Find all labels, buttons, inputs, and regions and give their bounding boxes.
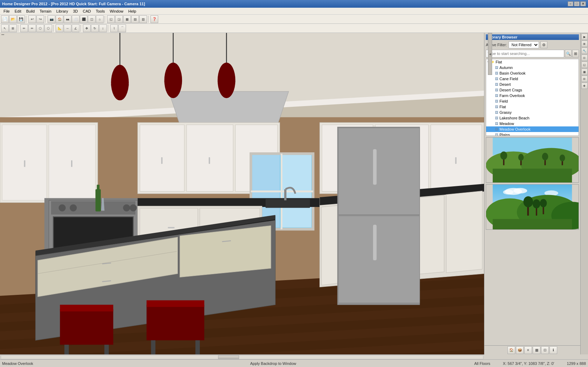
title-text: Home Designer Pro 2012 - [Pro 2012 HD Qu… — [2, 2, 145, 6]
line-btn[interactable]: ⌇ — [110, 25, 118, 32]
file-icon-meadow-overlook: 🖼 — [494, 127, 499, 132]
menu-3d[interactable]: 3D — [71, 8, 80, 14]
view4-btn[interactable]: ▤ — [131, 15, 139, 23]
redo-btn[interactable]: ↪ — [36, 15, 44, 23]
tree-item-field[interactable]: 🖼 Field — [486, 98, 579, 104]
tree-item-grassy[interactable]: 🖼 Grassy — [486, 110, 579, 115]
menu-library[interactable]: Library — [54, 8, 70, 14]
status-size: 1299 x 888 — [567, 361, 586, 366]
new-btn[interactable]: 📄 — [1, 15, 9, 23]
draw4-btn[interactable]: ⬡ — [44, 25, 52, 32]
flip-btn[interactable]: ↕ — [99, 25, 107, 32]
tree-item-meadow[interactable]: 🖼 Meadow — [486, 121, 579, 126]
menu-terrain[interactable]: Terrain — [37, 8, 54, 14]
menu-edit[interactable]: Edit — [13, 8, 23, 14]
draw1-btn[interactable]: ✏ — [20, 25, 28, 32]
move-btn[interactable]: ✥ — [83, 25, 91, 32]
save-btn[interactable]: 💾 — [17, 15, 25, 23]
sep6 — [53, 25, 55, 32]
angle-btn[interactable]: ∠ — [72, 25, 79, 32]
dim-btn[interactable]: ↔ — [64, 25, 71, 32]
cam3-btn[interactable]: 🏘 — [64, 15, 71, 23]
viewport[interactable] — [0, 33, 484, 354]
tree-label-cane-field: Cane Field — [499, 77, 518, 81]
measure-btn[interactable]: 📐 — [56, 25, 63, 32]
edge-btn-2[interactable]: ⊞ — [581, 41, 588, 47]
draw2-btn[interactable]: ✏ — [28, 25, 36, 32]
view1-btn[interactable]: ◱ — [107, 15, 115, 23]
svg-rect-69 — [284, 189, 286, 200]
edge-btn-7[interactable]: ⊟ — [581, 76, 588, 82]
edge-btn-8[interactable]: ✥ — [581, 83, 588, 89]
help-btn[interactable]: ❓ — [150, 15, 158, 23]
filter-options-btn[interactable]: ⚙ — [540, 41, 547, 48]
status-floor: All Floors — [474, 361, 490, 366]
search-options-btn[interactable]: ⊞ — [572, 50, 579, 57]
view5-btn[interactable]: ▥ — [139, 15, 147, 23]
svg-rect-64 — [168, 227, 175, 228]
viewport-scrollbar-horizontal[interactable] — [0, 354, 484, 359]
cam2-btn[interactable]: 🏠 — [56, 15, 63, 23]
tree-item-basin-overlook[interactable]: 🖼 Basin Overlook — [486, 70, 579, 76]
edge-btn-4[interactable]: ⊡ — [581, 55, 588, 61]
arc-btn[interactable]: ⌒ — [118, 25, 126, 32]
search-row: 🔍 ⊞ — [486, 50, 579, 57]
tree-item-flat[interactable]: 🖼 Flat — [486, 104, 579, 110]
tree-item-autumn[interactable]: 🖼 Autumn — [486, 65, 579, 70]
tree-item-desert-crags[interactable]: 🖼 Desert Crags — [486, 87, 579, 93]
menu-help[interactable]: Help — [126, 8, 139, 14]
select2-btn[interactable]: ⊞ — [9, 25, 17, 32]
svg-rect-79 — [373, 225, 377, 261]
lib-info-btn[interactable]: ℹ — [550, 346, 557, 354]
toolbar-row-1: 📄 📂 💾 ↩ ↪ 📷 🏠 🏘 ⬜ ⬛ ◫ ⌂ ◱ ◲ ▦ ▤ ▥ ❓ — [0, 15, 588, 24]
edge-btn-5[interactable]: ◱ — [581, 62, 588, 68]
lib-grid-btn[interactable]: ▦ — [533, 346, 540, 354]
menu-cad[interactable]: CAD — [80, 8, 93, 14]
svg-rect-90 — [60, 305, 113, 311]
draw3-btn[interactable]: ⬡ — [36, 25, 44, 32]
svg-rect-120 — [493, 219, 572, 229]
view3-btn[interactable]: ▦ — [123, 15, 131, 23]
cam6-btn[interactable]: ◫ — [88, 15, 96, 23]
minimize-button[interactable]: − — [568, 1, 573, 6]
tree-item-plains[interactable]: 🖼 Plains — [486, 132, 579, 136]
lib-home-btn[interactable]: 🏠 — [507, 346, 515, 354]
undo-btn[interactable]: ↩ — [28, 15, 36, 23]
rot-btn[interactable]: ↻ — [91, 25, 99, 32]
cam5-btn[interactable]: ⬛ — [80, 15, 88, 23]
search-input[interactable] — [486, 50, 564, 57]
file-icon-cane-field: 🖼 — [494, 76, 499, 81]
tree-item-cane-field[interactable]: 🖼 Cane Field — [486, 76, 579, 82]
preview-image-bottom[interactable] — [486, 184, 579, 230]
cam7-btn[interactable]: ⌂ — [96, 15, 104, 23]
maximize-button[interactable]: □ — [574, 1, 580, 6]
select-btn[interactable]: ↖ — [1, 25, 9, 32]
open-btn[interactable]: 📂 — [9, 15, 17, 23]
filter-select[interactable]: Not Filtered — [509, 41, 539, 48]
svg-point-115 — [503, 190, 513, 195]
tree-item-flat-folder[interactable]: ▼ 📁 Flat — [486, 59, 579, 65]
cam1-btn[interactable]: 📷 — [48, 15, 55, 23]
menu-window[interactable]: Window — [107, 8, 125, 14]
tree-item-desert[interactable]: 🖼 Desert — [486, 82, 579, 87]
cam4-btn[interactable]: ⬜ — [72, 15, 79, 23]
panel-collapse-button[interactable]: ◀ — [488, 33, 492, 75]
edge-btn-1[interactable]: ▶ — [581, 34, 588, 40]
lib-preview-btn[interactable]: ⊡ — [541, 346, 549, 354]
menu-file[interactable]: File — [1, 8, 12, 14]
menu-tools[interactable]: Tools — [94, 8, 107, 14]
view2-btn[interactable]: ◲ — [115, 15, 123, 23]
tree-item-lakeshore-beach[interactable]: 🖼 Lakeshore Beach — [486, 115, 579, 121]
menu-build[interactable]: Build — [24, 8, 37, 14]
tree-item-farm-overlook[interactable]: 🖼 Farm Overlook — [486, 93, 579, 98]
edge-btn-6[interactable]: ▦ — [581, 69, 588, 75]
preview-image-top[interactable] — [486, 137, 579, 183]
lib-list-btn[interactable]: ≡ — [524, 346, 532, 354]
tree-container[interactable]: ▼ 📁 Flat 🖼 Autumn 🖼 Basin Overlook 🖼 Can… — [486, 59, 579, 136]
edge-btn-3[interactable]: 🔧 — [581, 48, 588, 54]
lib-catalog-btn[interactable]: 📦 — [516, 346, 524, 354]
search-button[interactable]: 🔍 — [565, 50, 572, 57]
scroll-thumb[interactable] — [218, 355, 239, 359]
close-button[interactable]: ✕ — [580, 1, 586, 6]
tree-item-meadow-overlook[interactable]: 🖼 Meadow Overlook — [486, 126, 579, 132]
